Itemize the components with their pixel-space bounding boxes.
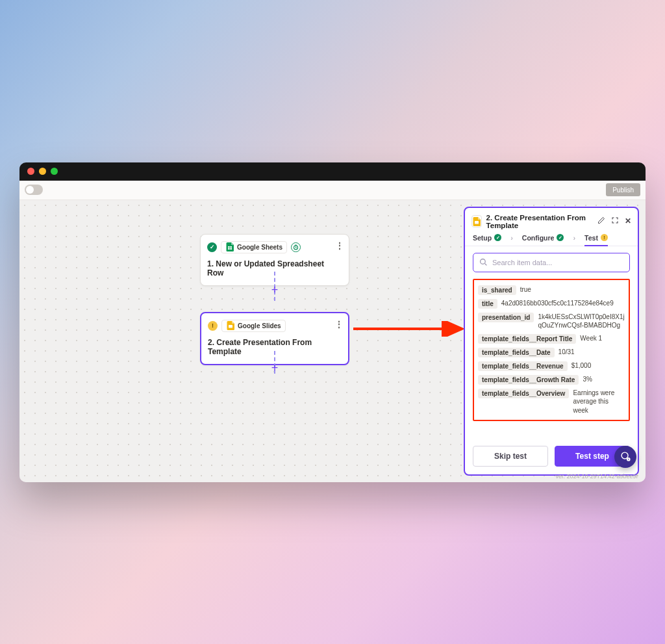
flow-canvas[interactable]: ✓ Google Sheets ⋮ 1. New or Updated Spre…: [19, 200, 646, 482]
tab-configure[interactable]: Configure ✓: [522, 234, 564, 246]
step-menu-icon[interactable]: ⋮: [335, 241, 344, 250]
chevron-right-icon: ›: [510, 234, 513, 246]
add-step-icon[interactable]: +: [271, 362, 279, 374]
google-slides-icon: [226, 322, 234, 330]
search-input[interactable]: [492, 259, 623, 266]
chevron-right-icon: ›: [573, 234, 575, 246]
panel-tabs: Setup ✓ › Configure ✓ › Test !: [465, 234, 638, 246]
app-chip-slides: Google Slides: [221, 320, 286, 332]
tab-setup[interactable]: Setup ✓: [473, 234, 501, 246]
window-titlebar: [19, 162, 646, 181]
window-close-dot[interactable]: [27, 168, 34, 175]
svg-rect-4: [475, 221, 479, 224]
window-max-dot[interactable]: [51, 168, 58, 175]
svg-rect-2: [229, 325, 232, 328]
window-min-dot[interactable]: [39, 168, 46, 175]
kv-row: template_fields__Revenue$1,000: [478, 361, 625, 371]
app-toolbar: Publish: [19, 181, 646, 200]
trigger-poll-icon: [291, 242, 301, 252]
google-slides-icon: [471, 215, 482, 227]
kv-row: is_sharedtrue: [478, 285, 625, 295]
zap-enable-toggle[interactable]: [25, 185, 43, 195]
close-icon[interactable]: ✕: [625, 216, 631, 226]
publish-button[interactable]: Publish: [606, 183, 640, 196]
rename-icon[interactable]: [597, 216, 605, 226]
test-output-box: is_sharedtrue title4a2d0816bb030cf5c0c11…: [473, 279, 630, 422]
warn-icon: !: [601, 234, 608, 241]
step-menu-icon[interactable]: ⋮: [334, 320, 343, 329]
add-step-icon[interactable]: +: [271, 284, 279, 296]
kv-row: title4a2d0816bb030cf5c0c1175284e84ce9: [478, 299, 625, 309]
panel-title: 2. Create Presentation From Template: [486, 214, 593, 229]
check-icon: ✓: [207, 242, 217, 252]
version-label: ver. 2024-10-29T14:42-a9bee9f: [555, 473, 638, 480]
kv-row: presentation_id1k4kUESsCxSLWlT0p0eI8X1jq…: [478, 313, 625, 330]
skip-test-button[interactable]: Skip test: [473, 446, 548, 467]
check-icon: ✓: [557, 234, 564, 241]
search-icon: [479, 258, 488, 266]
svg-point-5: [481, 259, 486, 264]
help-video-icon: [620, 451, 631, 462]
expand-icon[interactable]: [611, 216, 619, 226]
kv-row: template_fields__Date10/31: [478, 348, 625, 357]
app-chip-slides-label: Google Slides: [238, 322, 281, 329]
tab-test[interactable]: Test !: [584, 234, 608, 246]
help-fab[interactable]: [614, 446, 636, 468]
search-input-wrapper: [473, 253, 630, 272]
panel-header: 2. Create Presentation From Template ✕: [465, 208, 638, 234]
annotation-arrow-icon: [353, 321, 470, 337]
check-icon: ✓: [494, 234, 501, 241]
app-chip-sheets-label: Google Sheets: [237, 244, 282, 251]
google-sheets-icon: [225, 243, 234, 251]
kv-row: template_fields__Growth Rate3%: [478, 375, 625, 385]
kv-row: template_fields__OverviewEarnings were a…: [478, 389, 625, 415]
warn-icon: !: [208, 321, 218, 331]
kv-row: template_fields__Report TitleWeek 1: [478, 334, 625, 344]
step-editor-panel: 2. Create Presentation From Template ✕ S…: [464, 207, 639, 476]
svg-point-6: [621, 452, 628, 459]
app-window: Publish ✓ Google Sheets ⋮ 1. New or Upda…: [19, 162, 646, 482]
app-chip-sheets: Google Sheets: [221, 241, 287, 253]
